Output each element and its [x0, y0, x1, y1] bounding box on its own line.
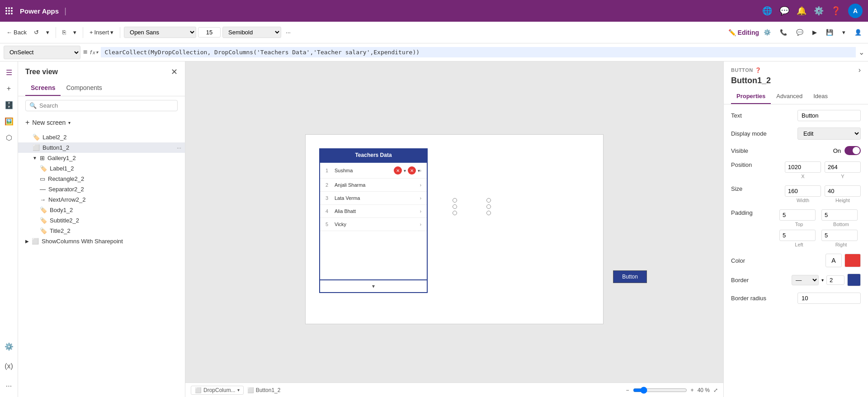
- fit-screen-button[interactable]: ⤢: [713, 387, 718, 393]
- zoom-out-button[interactable]: −: [626, 387, 629, 393]
- tree-item-separator2[interactable]: — Separator2_2: [18, 184, 185, 194]
- globe-icon[interactable]: 🌐: [762, 6, 772, 16]
- screen-tab[interactable]: ⬜ DropColum... ▾: [191, 386, 244, 395]
- zoom-in-button[interactable]: +: [691, 387, 694, 393]
- save-dropdown[interactable]: ▾: [840, 27, 848, 38]
- color-fill-button[interactable]: [844, 254, 861, 267]
- formula-input[interactable]: [101, 47, 856, 57]
- border-color-swatch[interactable]: [847, 274, 861, 286]
- handle-bottomright[interactable]: [486, 211, 491, 215]
- insert-icon[interactable]: +: [2, 81, 16, 96]
- component-breadcrumb[interactable]: ⬜ Button1_2: [247, 387, 281, 393]
- tree-item-gallery1[interactable]: ▼ ⊞ Gallery1_2: [18, 153, 185, 163]
- text-input[interactable]: [797, 110, 861, 121]
- gear-icon[interactable]: ⚙️: [814, 6, 824, 16]
- pos-y-input[interactable]: [825, 161, 861, 173]
- preview-button[interactable]: ⚙️: [761, 27, 774, 38]
- grid-icon[interactable]: [5, 7, 14, 14]
- fx-label: fx ▾: [90, 49, 98, 56]
- tab-components[interactable]: Components: [61, 80, 107, 96]
- handle-bottomleft[interactable]: [453, 211, 457, 215]
- more-dots[interactable]: ···: [177, 145, 181, 151]
- components-icon[interactable]: ⬡: [2, 130, 16, 145]
- font-weight-select[interactable]: Semibold: [222, 27, 281, 38]
- rp-tab-advanced[interactable]: Advanced: [771, 89, 808, 104]
- app-row-4: 4 Alia Bhatt ›: [320, 205, 427, 218]
- tree-item-nextarrow2[interactable]: → NextArrow2_2: [18, 194, 185, 205]
- borderradius-input[interactable]: [797, 293, 861, 304]
- chat-button[interactable]: 💬: [793, 27, 806, 38]
- height-input[interactable]: [825, 185, 861, 197]
- copy-dropdown[interactable]: ▾: [71, 27, 79, 38]
- displaymode-select[interactable]: Edit: [797, 128, 861, 140]
- undo-button[interactable]: ↺: [31, 27, 42, 38]
- handle-right[interactable]: [486, 204, 491, 209]
- data-icon[interactable]: 🗄️: [2, 98, 16, 112]
- account-button[interactable]: 👤: [852, 27, 864, 38]
- tree-item-button1[interactable]: ⬜ Button1_2 ···: [18, 142, 185, 153]
- footer-chevron-icon[interactable]: ▾: [372, 283, 375, 289]
- canvas-area[interactable]: Teachers Data 1 Sushma ✕ ▾ ✕ ▾ ›: [185, 61, 723, 397]
- pad-bottom-input[interactable]: [821, 209, 858, 221]
- formula-expand-button[interactable]: ⌄: [859, 48, 864, 57]
- color-inputs: A: [826, 254, 861, 267]
- help-icon[interactable]: ❓: [831, 6, 841, 16]
- help-circle-icon[interactable]: ❓: [755, 67, 762, 73]
- pad-right-input[interactable]: [821, 230, 858, 241]
- rp-tab-properties[interactable]: Properties: [731, 89, 771, 104]
- comment-icon[interactable]: 💬: [779, 6, 789, 16]
- rp-close-button[interactable]: ›: [859, 66, 861, 74]
- rp-component-name: Button1_2: [724, 74, 868, 89]
- tree-item-rectangle2[interactable]: ▭ Rectangle2_2: [18, 174, 185, 184]
- copy-button[interactable]: ⎘: [60, 27, 69, 38]
- tree-item-showcolumns[interactable]: ▶ ⬜ ShowColumns With Sharepoint: [18, 236, 185, 246]
- tree-panel: Tree view ✕ Screens Components 🔍 + New s…: [18, 61, 185, 397]
- new-screen-button[interactable]: + New screen ▾: [18, 115, 185, 130]
- variable-icon[interactable]: (x): [2, 359, 16, 373]
- undo-dropdown[interactable]: ▾: [43, 27, 52, 38]
- save-button[interactable]: 💾: [823, 27, 836, 38]
- pos-x-input[interactable]: [785, 161, 821, 173]
- tree-item-body1[interactable]: 🏷️ Body1_2: [18, 205, 185, 215]
- tree-item-label2[interactable]: 🏷️ Label2_2: [18, 132, 185, 142]
- visible-toggle[interactable]: [844, 146, 861, 155]
- border-style-select[interactable]: —: [792, 275, 819, 285]
- filter-x2-icon[interactable]: ✕: [408, 166, 416, 175]
- back-button[interactable]: ← Back: [4, 27, 29, 38]
- media-icon[interactable]: 🖼️: [2, 114, 16, 128]
- font-size-input[interactable]: [198, 27, 221, 38]
- bell-icon[interactable]: 🔔: [797, 6, 807, 16]
- width-input[interactable]: [785, 185, 821, 197]
- tree-item-subtitle2[interactable]: 🏷️ Subtitle2_2: [18, 215, 185, 226]
- handle-topleft[interactable]: [453, 198, 457, 203]
- more-button[interactable]: ···: [283, 27, 293, 38]
- font-select[interactable]: Open Sans: [124, 27, 196, 38]
- settings-icon[interactable]: ⚙️: [2, 339, 16, 354]
- tree-item-title2[interactable]: 🏷️ Title2_2: [18, 226, 185, 236]
- zoom-slider[interactable]: [633, 387, 687, 394]
- share-button[interactable]: 📞: [777, 27, 790, 38]
- insert-button[interactable]: + Insert ▾: [87, 27, 116, 38]
- fx-chevron[interactable]: ▾: [96, 50, 98, 55]
- border-width-input[interactable]: [826, 275, 844, 285]
- search-input[interactable]: [39, 102, 174, 109]
- prop-row-position: Position X Y: [731, 161, 861, 179]
- avatar[interactable]: A: [848, 4, 863, 18]
- canvas-button[interactable]: Button: [613, 270, 647, 283]
- color-text-button[interactable]: A: [826, 254, 842, 267]
- rp-tab-ideas[interactable]: Ideas: [808, 89, 833, 104]
- run-button[interactable]: ▶: [810, 27, 820, 38]
- handle-topright[interactable]: [486, 198, 491, 203]
- more-icon[interactable]: ···: [2, 379, 16, 393]
- filter-x-icon[interactable]: ✕: [394, 166, 402, 175]
- treeview-icon[interactable]: ☰: [2, 65, 16, 80]
- property-select[interactable]: OnSelect: [4, 46, 80, 59]
- filter-down-icon[interactable]: ▾: [404, 168, 406, 173]
- screen-chevron[interactable]: ▾: [237, 388, 240, 392]
- pad-left-input[interactable]: [779, 230, 816, 241]
- tree-close-button[interactable]: ✕: [171, 67, 178, 77]
- pad-top-input[interactable]: [779, 209, 816, 221]
- tab-screens[interactable]: Screens: [25, 80, 61, 96]
- tree-item-label1[interactable]: 🏷️ Label1_2: [18, 163, 185, 174]
- handle-left[interactable]: [453, 204, 457, 209]
